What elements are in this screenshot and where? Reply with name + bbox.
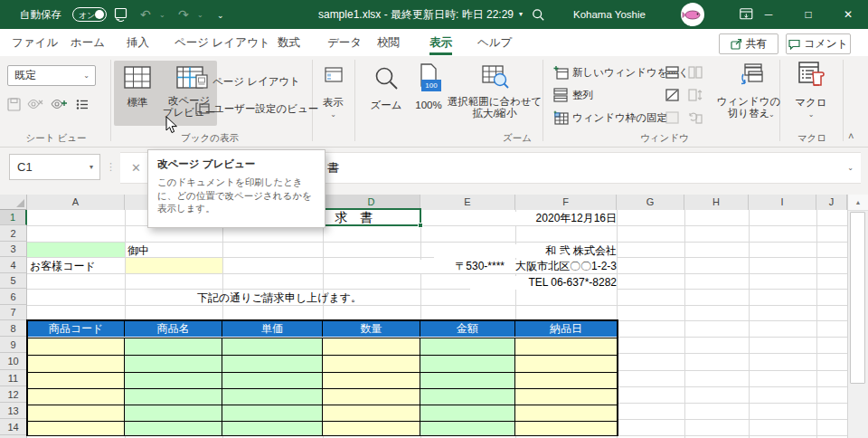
table-header-product-code[interactable]: 商品コード: [28, 321, 125, 337]
row-header-12[interactable]: 12: [0, 386, 27, 403]
comment-icon: [788, 39, 800, 50]
column-header-E[interactable]: E: [420, 195, 515, 210]
namebox-splitter-icon[interactable]: ⋮: [106, 154, 115, 180]
tab-file[interactable]: ファイル: [12, 29, 58, 56]
gridline: [27, 289, 847, 290]
scrollbar-thumb[interactable]: [850, 212, 865, 384]
row-header-3[interactable]: 3: [0, 242, 27, 257]
new-sheet-view-icon[interactable]: [51, 96, 67, 112]
name-box-value: C1: [17, 155, 33, 179]
tab-page-layout[interactable]: ページ レイアウト: [175, 29, 270, 56]
tab-view[interactable]: 表示: [429, 29, 452, 56]
name-box[interactable]: C1 ▾: [9, 154, 100, 180]
sheet-view-options-icon[interactable]: [74, 96, 90, 112]
synchronous-scrolling-icon: [687, 87, 703, 103]
table-header-delivery-date[interactable]: 納品日: [515, 321, 617, 337]
zoom-to-selection-button[interactable]: 選択範囲に合わせて 拡大/縮小: [443, 60, 546, 143]
name-box-dropdown-icon[interactable]: ▾: [90, 163, 93, 171]
freeze-panes-button[interactable]: ウィンドウ枠の固定: [572, 110, 667, 125]
sheet-view-dropdown[interactable]: 既定 ⌄: [7, 65, 96, 86]
share-button[interactable]: 共有: [719, 33, 778, 54]
redo-chevron-icon[interactable]: ⌄: [197, 11, 203, 20]
avatar[interactable]: [681, 3, 704, 26]
row-header-10[interactable]: 10: [0, 353, 27, 370]
row-header-11[interactable]: 11: [0, 370, 27, 386]
mouse-cursor-icon: [165, 116, 178, 134]
cell-F1-date[interactable]: 2020年12月16日: [452, 212, 617, 225]
table-header-unit-price[interactable]: 単価: [222, 321, 323, 337]
cell-F4-address[interactable]: 〒530-**** 大阪市北区〇〇1-2-3: [389, 260, 617, 273]
cell-F5-tel[interactable]: TEL 06-637*-8282: [470, 276, 617, 290]
close-button[interactable]: ✕: [828, 0, 868, 29]
row-header-1[interactable]: 1: [0, 210, 27, 225]
save-sync-icon[interactable]: [114, 7, 128, 22]
row-header-14[interactable]: 14: [0, 419, 27, 435]
cell-A4-customer-code-label[interactable]: お客様コード: [30, 260, 96, 273]
custom-views-button[interactable]: ユーザー設定のビュー: [213, 101, 318, 116]
table-header-quantity[interactable]: 数量: [323, 321, 420, 337]
arrange-all-button[interactable]: 整列: [572, 88, 593, 102]
table-row-line: [28, 405, 617, 405]
show-group-button[interactable]: 表示 ⌄: [312, 60, 354, 143]
tab-help[interactable]: ヘルプ: [477, 29, 512, 56]
gridline: [684, 210, 685, 438]
cell-B4-fill[interactable]: [125, 257, 222, 273]
user-name[interactable]: Kohama Yoshie: [573, 0, 646, 29]
tab-review[interactable]: 校閲: [377, 29, 400, 56]
cell-B3-honorific[interactable]: 御中: [127, 244, 149, 258]
row-header-5[interactable]: 5: [0, 273, 27, 289]
row-header-4[interactable]: 4: [0, 257, 27, 273]
row-header-8[interactable]: 8: [0, 320, 27, 337]
autosave-toggle[interactable]: オン: [72, 7, 107, 22]
minimize-button[interactable]: ─: [749, 0, 788, 29]
expand-formula-bar-icon[interactable]: ⌄: [847, 164, 854, 173]
column-header-H[interactable]: H: [684, 195, 749, 210]
column-header-A[interactable]: A: [27, 195, 125, 210]
row-header-9[interactable]: 9: [0, 337, 27, 353]
freeze-panes-chevron-icon[interactable]: ⌄: [656, 114, 663, 123]
tab-insert[interactable]: 挿入: [127, 29, 149, 56]
macros-button[interactable]: マクロ ⌄: [785, 60, 837, 143]
split-icon[interactable]: [664, 64, 680, 81]
maximize-button[interactable]: □: [788, 0, 828, 29]
undo-chevron-icon[interactable]: ⌄: [159, 11, 165, 20]
cell-C6-greeting[interactable]: 下記の通りご請求申し上げます。: [197, 291, 362, 305]
tab-formulas[interactable]: 数式: [278, 29, 300, 56]
row-header-7[interactable]: 7: [0, 305, 27, 320]
column-header-G[interactable]: G: [617, 195, 684, 210]
row-header-2[interactable]: 2: [0, 225, 27, 242]
page-layout-view-icon: [194, 74, 209, 89]
tab-home[interactable]: ホーム: [71, 29, 105, 56]
redo-icon[interactable]: ↷: [178, 5, 189, 24]
column-header-J[interactable]: J: [816, 195, 847, 210]
qat-customize-icon[interactable]: ⌄: [217, 11, 224, 20]
group-label-zoom: ズーム: [497, 132, 537, 143]
fill-handle[interactable]: [418, 223, 423, 228]
show-panel-icon: [325, 67, 343, 82]
row-header-6[interactable]: 6: [0, 289, 27, 305]
zoom-button[interactable]: ズーム: [362, 60, 410, 143]
hide-window-icon[interactable]: [664, 87, 680, 103]
undo-icon[interactable]: ↶: [140, 5, 151, 24]
row-header-13[interactable]: 13: [0, 403, 27, 419]
search-icon[interactable]: [532, 8, 545, 22]
keep-sheet-view-icon: [5, 96, 22, 112]
page-layout-view-button[interactable]: ページ レイアウト: [212, 74, 300, 89]
column-header-F[interactable]: F: [515, 195, 617, 210]
cell-A3-fill[interactable]: [27, 242, 125, 257]
scroll-up-icon[interactable]: ▲: [848, 195, 868, 211]
cancel-icon[interactable]: ✕: [131, 153, 141, 183]
tab-data[interactable]: データ: [327, 29, 362, 56]
normal-view-button[interactable]: 標準: [114, 61, 161, 126]
column-header-I[interactable]: I: [749, 195, 816, 210]
cell-F3-company[interactable]: 和 弐 株式会社: [434, 244, 617, 258]
freeze-panes-icon: [553, 110, 569, 125]
switch-windows-button[interactable]: ウィンドウの 切り替え ⌄: [714, 60, 783, 143]
table-header-product-name[interactable]: 商品名: [125, 321, 222, 337]
table-header-amount[interactable]: 金額: [420, 321, 515, 337]
select-all-corner[interactable]: [0, 195, 27, 210]
vertical-scrollbar[interactable]: ▲: [847, 195, 868, 438]
select-all-triangle-icon: [16, 199, 24, 207]
comments-button[interactable]: コメント: [786, 33, 851, 54]
collapse-ribbon-icon[interactable]: ˄: [848, 130, 854, 141]
